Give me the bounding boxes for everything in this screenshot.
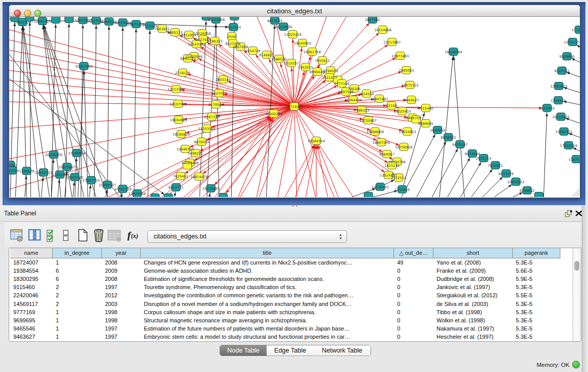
table-row[interactable]: 911546021997Tourette syndrome. Phenomeno… (9, 283, 572, 291)
network-view-panel: citations_edges.txt 14055724206914061065… (3, 2, 585, 205)
tab-network-table[interactable]: Network Table (314, 345, 371, 356)
table-cell: Jankovic et al. (1997) (433, 283, 513, 291)
svg-text:5498222: 5498222 (188, 151, 203, 156)
table-cell: Tibbo et al. (1998) (433, 308, 513, 316)
svg-text:9227342: 9227342 (554, 69, 570, 73)
svg-text:21364436: 21364436 (344, 98, 362, 102)
citation-graph: 1405572420691406106532671527602646616010… (9, 17, 580, 197)
network-canvas[interactable]: 1405572420691406106532671527602646616010… (9, 17, 580, 197)
table-row[interactable]: 1830029562008Estimation of significance … (9, 275, 572, 283)
table-cell: 5.3E-5 (513, 300, 560, 308)
table-cell: 1 (53, 258, 102, 267)
svg-text:9890123: 9890123 (180, 57, 195, 61)
tab-edge-table[interactable]: Edge Table (267, 345, 314, 356)
memory-status-icon[interactable] (572, 361, 580, 368)
svg-text:2522514: 2522514 (391, 176, 406, 180)
table-panel-header: Table Panel (0, 206, 582, 222)
svg-text:15751074: 15751074 (564, 40, 580, 45)
table-cell: Disruption of a novel member of a sodium… (141, 300, 394, 308)
unselect-all-icon[interactable] (62, 228, 70, 243)
attribute-table: namein_degreeyeartitle△ out_de…shortpage… (9, 248, 581, 342)
column-header[interactable]: in_degree (53, 248, 102, 258)
svg-text:12093822: 12093822 (550, 84, 568, 89)
svg-text:8186323: 8186323 (207, 39, 223, 43)
table-cell: 6 (53, 275, 102, 283)
status-bar: Memory: OK (0, 361, 583, 372)
svg-text:8454749: 8454749 (245, 49, 260, 53)
delete-table-icon[interactable] (107, 228, 122, 243)
table-row[interactable]: 1456911722003Disruption of a novel membe… (9, 300, 572, 308)
vertical-scrollbar[interactable] (572, 248, 581, 341)
network-window-titlebar[interactable]: citations_edges.txt (9, 5, 580, 17)
split-divider-handle[interactable] (291, 204, 298, 207)
table-row[interactable]: 946362711997Embryonic stem cells: a mode… (9, 333, 572, 341)
svg-text:16914479: 16914479 (190, 175, 208, 179)
tab-node-table[interactable]: Node Table (220, 345, 267, 356)
svg-text:9777169: 9777169 (334, 82, 350, 86)
table-cell: 1 (53, 324, 102, 333)
network-window: citations_edges.txt 14055724206914061065… (9, 5, 580, 198)
table-cell: 0 (394, 333, 433, 341)
svg-text:17957255: 17957255 (82, 179, 100, 183)
delete-icon[interactable] (92, 228, 105, 243)
table-cell: Corpus callosum shape and size in male p… (141, 308, 394, 316)
svg-text:10025433: 10025433 (394, 110, 411, 114)
table-cell: Investigating the contribution of common… (141, 291, 394, 299)
table-cell: 2 (53, 283, 102, 291)
table-cell: 49 (394, 258, 433, 267)
table-selector-dropdown[interactable]: citations_edges.txt ▲▼ (147, 230, 347, 243)
svg-text:9463627: 9463627 (404, 98, 419, 102)
table-selector-value: citations_edges.txt (154, 233, 207, 240)
svg-text:62160: 62160 (386, 104, 397, 108)
svg-text:8471676: 8471676 (498, 172, 514, 176)
svg-text:7625402: 7625402 (173, 174, 188, 179)
table-row[interactable]: 946554611997Estimation of the future num… (9, 324, 572, 333)
svg-text:19654985: 19654985 (170, 118, 187, 122)
svg-text:16782759: 16782759 (114, 187, 132, 191)
svg-text:15640910: 15640910 (294, 41, 311, 46)
table-row[interactable]: 969969511998Structural magnetic resonanc… (9, 316, 572, 324)
column-header[interactable]: title (141, 248, 394, 258)
svg-text:9146821: 9146821 (259, 53, 274, 57)
table-cell: 2008 (102, 275, 141, 283)
table-cell: 1997 (102, 324, 141, 333)
svg-text:14099489: 14099489 (181, 161, 199, 165)
table-cell: 0 (394, 283, 433, 291)
show-columns-icon[interactable] (28, 228, 41, 243)
table-row[interactable]: 977716911998Corpus callosum shape and si… (9, 308, 572, 316)
table-cell: 0 (394, 324, 433, 333)
svg-text:14055724: 14055724 (14, 20, 31, 25)
svg-text:1244415: 1244415 (551, 99, 566, 103)
table-cell: 2 (53, 300, 102, 308)
column-header[interactable]: △ out_de… (394, 248, 433, 258)
svg-text:19384554: 19384554 (308, 139, 325, 143)
svg-text:3624554: 3624554 (359, 92, 374, 96)
table-cell: 5.3E-5 (513, 333, 560, 341)
float-panel-icon[interactable] (564, 210, 573, 218)
column-header[interactable]: short (433, 248, 513, 258)
svg-text:10807487: 10807487 (371, 97, 388, 101)
column-header[interactable]: pagerank (513, 248, 560, 258)
table-row[interactable]: 1938455462009Genome-wide association stu… (9, 267, 572, 275)
table-cell: 0 (394, 291, 433, 299)
svg-text:15692971: 15692971 (555, 130, 573, 134)
function-builder-icon[interactable]: f (x) (126, 228, 142, 243)
table-cell: Genome-wide association studies in ADHD. (141, 267, 394, 275)
svg-text:7485063: 7485063 (399, 69, 414, 73)
new-table-icon[interactable] (77, 228, 89, 243)
table-options-icon[interactable] (10, 228, 24, 243)
scrollbar-thumb[interactable] (574, 261, 579, 271)
svg-text:13325419: 13325419 (284, 33, 301, 37)
memory-status-label: Memory: OK (536, 362, 570, 368)
svg-text:8813054: 8813054 (267, 19, 282, 23)
table-row[interactable]: 2242004622012Investigating the contribut… (9, 291, 572, 299)
svg-text:1640954: 1640954 (430, 128, 445, 133)
table-cell: 9777169 (10, 308, 53, 316)
table-cell: 1998 (102, 316, 141, 324)
column-header[interactable]: name (10, 248, 53, 258)
table-cell: 0 (394, 316, 433, 324)
table-row[interactable]: 1872400712008Changes of HCN gene express… (9, 258, 572, 267)
select-all-icon[interactable] (46, 228, 57, 243)
table-cell: de Silva et al. (2003) (433, 300, 513, 308)
column-header[interactable]: year (102, 248, 141, 258)
